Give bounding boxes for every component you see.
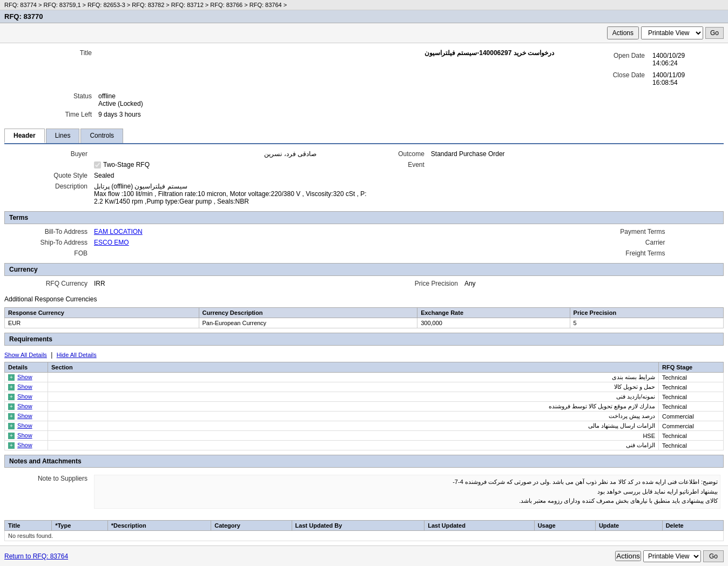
carrier-label: Carrier [561, 237, 669, 248]
buyer-label: Buyer [4, 149, 91, 159]
col-currency-desc: Currency Description [199, 308, 417, 318]
tab-header[interactable]: Header [4, 129, 45, 143]
attach-col-desc: *Description [107, 520, 211, 530]
bill-to-link[interactable]: EAM LOCATION [94, 228, 143, 235]
buyer-info-table: Buyer صادقی فرد، نسرین Outcome Standard … [4, 149, 724, 207]
req-row: + Show نمونه/بازدید فنی Technical [5, 392, 724, 402]
printable-view-select-bottom[interactable]: Printable View [643, 550, 701, 562]
show-link[interactable]: Show [17, 393, 32, 400]
two-stage-row: Two-Stage RFQ [91, 159, 320, 170]
rfq-currency-value: IRR [91, 278, 353, 289]
col-section: Section [48, 362, 659, 373]
note-label-table: Note to Suppliers توضیح: اطلاعات فنی ارا… [4, 473, 724, 510]
req-details-cell: + Show [5, 402, 48, 412]
ship-to-label: Ship-To Address [4, 237, 91, 248]
breadcrumb-rfq83764[interactable]: RFQ: 83764 [250, 2, 282, 8]
show-link[interactable]: Show [17, 442, 32, 448]
outcome-value: Standard Purchase Order [428, 149, 724, 159]
req-details-cell: + Show [5, 441, 48, 450]
attach-col-updated-by: Last Updated By [292, 520, 424, 530]
bottom-bar: Return to RFQ: 83764 Actions Printable V… [0, 545, 728, 566]
notes-section: Note to Suppliers توضیح: اطلاعات فنی ارا… [4, 470, 724, 518]
breadcrumb-rfq82653[interactable]: RFQ: 82653-3 [87, 2, 125, 8]
req-section-cell: HSE [48, 431, 659, 441]
req-stage-cell: Technical [659, 392, 724, 402]
carrier-value [669, 237, 724, 248]
attachments-table: Title *Type *Description Category Last U… [4, 520, 724, 541]
expand-icon[interactable]: + [8, 403, 15, 410]
req-stage-cell: Technical [659, 373, 724, 382]
printable-view-select-top[interactable]: Printable View [641, 26, 703, 39]
note-to-suppliers-label: Note to Suppliers [4, 473, 91, 510]
rfq-title-value: درخواست خرید 140006297-سیستم فیلتراسیون [95, 48, 557, 91]
actions-button-bottom[interactable]: Actions [615, 551, 641, 561]
breadcrumb-rfq83782[interactable]: RFQ: 83782 [132, 2, 164, 8]
ship-to-value: ESCO EMO [91, 237, 561, 248]
open-date-label: Open Date [562, 50, 648, 69]
req-section-cell: مدارك لازم موقع تحویل كالا توسط فروشنده [48, 402, 659, 412]
req-details-cell: + Show [5, 421, 48, 431]
req-section-cell: الزامات ارسال پیشنهاد مالی [48, 421, 659, 431]
expand-icon[interactable]: + [8, 394, 15, 400]
requirements-table: Details Section RFQ Stage + Show شرایط ب… [4, 362, 724, 450]
show-link[interactable]: Show [17, 383, 32, 390]
show-link[interactable]: Show [17, 422, 32, 429]
tab-lines[interactable]: Lines [46, 129, 80, 143]
go-button-top[interactable]: Go [705, 27, 724, 39]
bill-to-label: Bill-To Address [4, 226, 91, 237]
notes-section-header: Notes and Attachments [4, 455, 724, 468]
ship-to-link[interactable]: ESCO EMO [94, 239, 129, 246]
expand-icon[interactable]: + [8, 374, 15, 381]
payment-terms-value [669, 226, 724, 237]
no-results-row: No results found. [5, 530, 724, 541]
outcome-label: Outcome [320, 149, 428, 159]
expand-icon[interactable]: + [8, 413, 15, 420]
time-left-value: 9 days 3 hours [95, 109, 557, 120]
breadcrumb-rfq83712[interactable]: RFQ: 83712 [171, 2, 204, 8]
req-row: + Show مدارك لازم موقع تحویل كالا توسط ف… [5, 402, 724, 412]
status-value: offline Active (Locked) [95, 91, 557, 109]
show-all-link[interactable]: Show All Details [4, 352, 47, 358]
description-label: Description [4, 181, 91, 207]
attach-col-updated: Last Updated [424, 520, 534, 530]
tab-bar: Header Lines Controls [4, 129, 724, 144]
currency-table: RFQ Currency IRR Price Precision Any [4, 278, 724, 289]
breadcrumb-rfq83766[interactable]: RFQ: 83766 [210, 2, 242, 8]
title-label: Title [9, 48, 95, 91]
bottom-action-area: Actions Printable View Go [615, 550, 724, 562]
show-link[interactable]: Show [17, 403, 32, 409]
expand-icon[interactable]: + [8, 384, 15, 390]
breadcrumb-rfq83774[interactable]: RFQ: 83774 [4, 2, 37, 8]
currency-precision: 5 [570, 318, 723, 328]
show-link[interactable]: Show [17, 374, 32, 380]
tab-content: Buyer صادقی فرد، نسرین Outcome Standard … [0, 149, 728, 541]
expand-icon[interactable]: + [8, 433, 15, 439]
req-section-cell: الزامات فنی [48, 441, 659, 450]
two-stage-label: Two-Stage RFQ [103, 161, 150, 169]
show-link[interactable]: Show [17, 413, 32, 419]
actions-button-top[interactable]: Actions [607, 26, 639, 39]
go-button-bottom[interactable]: Go [703, 550, 724, 562]
expand-icon[interactable]: + [8, 423, 15, 429]
fob-value [91, 248, 561, 259]
expand-icon[interactable]: + [8, 442, 15, 449]
price-precision-value: Any [461, 278, 724, 289]
tab-controls[interactable]: Controls [80, 129, 123, 143]
req-stage-cell: Technical [659, 402, 724, 412]
hide-all-link[interactable]: Hide All Details [57, 352, 97, 358]
breadcrumb-rfq83759[interactable]: RFQ: 83759,1 [43, 2, 80, 8]
col-response-currency: Response Currency [5, 308, 199, 318]
col-rfq-stage: RFQ Stage [659, 362, 724, 373]
time-left-label: Time Left [9, 109, 95, 120]
show-link[interactable]: Show [17, 432, 32, 439]
rfq-currency-label: RFQ Currency [4, 278, 91, 289]
freight-terms-value [669, 248, 724, 259]
return-link[interactable]: Return to RFQ: 83764 [4, 552, 68, 560]
top-action-bar: Actions Printable View Go [0, 23, 728, 43]
no-results-text: No results found. [5, 530, 724, 541]
req-stage-cell: Technical [659, 431, 724, 441]
exchange-rate: 300,000 [417, 318, 570, 328]
req-row: + Show حمل و تحویل کالا Technical [5, 382, 724, 392]
req-section-cell: شرایط بسته بندی [48, 373, 659, 382]
attach-col-update: Update [595, 520, 662, 530]
